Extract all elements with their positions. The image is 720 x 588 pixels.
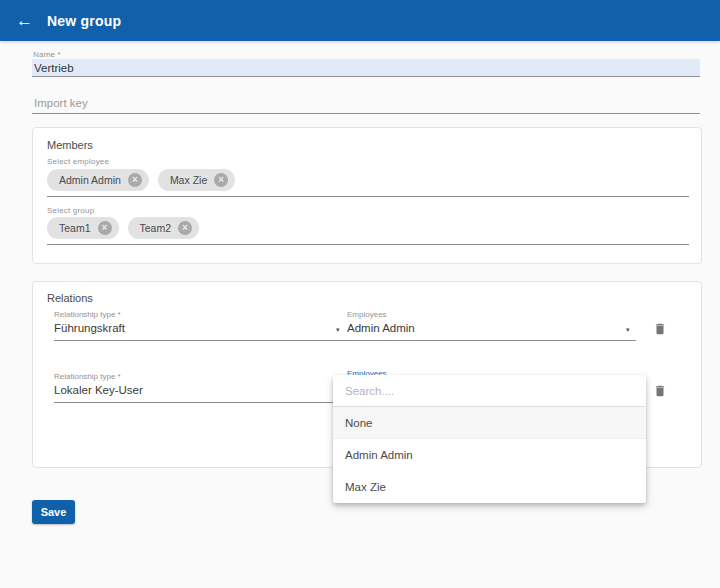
select-employee-label: Select employee: [47, 157, 109, 166]
save-button[interactable]: Save: [32, 500, 75, 524]
chevron-down-icon[interactable]: ▾: [626, 326, 630, 334]
trash-icon: [653, 383, 667, 399]
relationship-type-value[interactable]: Lokaler Key-User: [54, 384, 143, 396]
chip-remove-icon[interactable]: ×: [178, 221, 192, 235]
delete-relation-button[interactable]: [653, 383, 667, 399]
employees-dropdown-panel: None Admin Admin Max Zie: [333, 375, 646, 503]
relationship-type-label: Relationship type *: [54, 310, 121, 319]
delete-relation-button[interactable]: [653, 321, 667, 337]
employees-label: Employees: [347, 310, 387, 319]
relationship-type-underline[interactable]: [54, 402, 339, 403]
dropdown-option-admin-admin[interactable]: Admin Admin: [333, 439, 646, 471]
dropdown-option-none[interactable]: None: [333, 407, 646, 439]
group-chip[interactable]: Team2 ×: [128, 217, 200, 239]
new-group-page: ← New group Name * Members Select employ…: [0, 0, 720, 588]
relationship-type-underline[interactable]: [54, 340, 339, 341]
dropdown-search-input[interactable]: [333, 375, 646, 407]
employees-select-value[interactable]: Admin Admin: [347, 322, 415, 334]
members-card-title: Members: [47, 139, 93, 151]
name-field-label: Name *: [33, 50, 61, 59]
group-chip-label: Team2: [140, 222, 172, 234]
name-input[interactable]: [32, 59, 700, 77]
employee-select-underline[interactable]: [47, 196, 689, 197]
employees-select-underline[interactable]: [336, 340, 636, 341]
relationship-type-label: Relationship type *: [54, 372, 121, 381]
dropdown-option-max-zie[interactable]: Max Zie: [333, 471, 646, 503]
members-card: Members Select employee Admin Admin × Ma…: [32, 127, 702, 264]
group-chip[interactable]: Team1 ×: [47, 217, 119, 239]
employee-chip-label: Admin Admin: [59, 174, 121, 186]
employee-chip-label: Max Zie: [170, 174, 207, 186]
page-title: New group: [47, 13, 121, 29]
trash-icon: [653, 321, 667, 337]
chevron-down-icon[interactable]: ▾: [336, 326, 340, 334]
import-key-input[interactable]: [32, 93, 700, 114]
group-chip-row: Team1 × Team2 ×: [47, 217, 199, 239]
select-group-label: Select group: [47, 206, 94, 215]
back-arrow-icon[interactable]: ←: [16, 12, 33, 29]
app-bar: ← New group: [0, 0, 720, 41]
employee-chip[interactable]: Max Zie ×: [158, 169, 235, 191]
group-chip-label: Team1: [59, 222, 91, 234]
chip-remove-icon[interactable]: ×: [98, 221, 112, 235]
employee-chip[interactable]: Admin Admin ×: [47, 169, 149, 191]
employee-chip-row: Admin Admin × Max Zie ×: [47, 169, 235, 191]
chip-remove-icon[interactable]: ×: [214, 173, 228, 187]
relations-card-title: Relations: [47, 292, 93, 304]
relationship-type-value[interactable]: Führungskraft: [54, 322, 125, 334]
group-select-underline[interactable]: [47, 244, 689, 245]
chip-remove-icon[interactable]: ×: [128, 173, 142, 187]
